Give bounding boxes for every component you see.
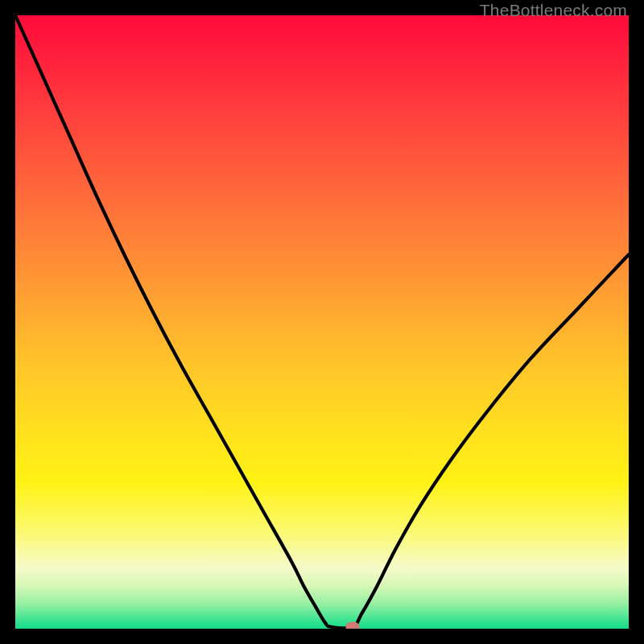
optimum-marker: [346, 621, 360, 629]
chart-frame: TheBottleneck.com: [0, 0, 644, 644]
bottleneck-curve: [15, 15, 629, 629]
plot-area: [15, 15, 629, 629]
watermark-text: TheBottleneck.com: [480, 1, 627, 20]
